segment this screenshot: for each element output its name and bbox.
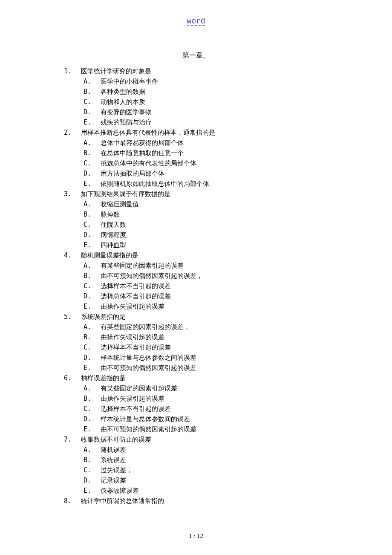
question-number: 5. [64, 312, 81, 322]
option-text: 收缩压测量值 [101, 199, 328, 209]
option-text: 选择总体不当引起的误差 [101, 291, 328, 301]
option-text: 在总体中随意抽取的任意一个 [101, 148, 328, 158]
option-text: 住院天数 [101, 220, 328, 230]
option-text: 过失误差， [101, 465, 328, 475]
option-line: E.依照随机原如此抽取总体中的局部个体 [64, 179, 328, 189]
option-letter: D. [84, 353, 101, 363]
question-text: 用样本推断总体具有代表性的样本，通常指的是 [81, 127, 328, 138]
option-text: 选择样本不当引起的误差 [101, 404, 328, 414]
option-line: D.记录误差 [64, 475, 328, 486]
question-stem: 5.系统误差指的是 [64, 312, 328, 322]
option-line: A.总体中最容易获得的局部个体 [64, 138, 328, 148]
option-line: A.随机误差 [64, 445, 328, 455]
option-line: B.在总体中随意抽取的任意一个 [64, 148, 328, 158]
question-number: 7. [64, 434, 81, 445]
option-line: A.收缩压测量值 [64, 199, 328, 209]
option-letter: D. [84, 230, 101, 240]
option-line: C.选择样本不当引起的误差 [64, 281, 328, 291]
option-line: C.动物和人的本质 [64, 97, 328, 107]
question-block: 8.统计学中所谓的总体通常指的 [64, 496, 328, 506]
option-line: E.四种血型 [64, 240, 328, 250]
option-letter: B. [84, 332, 101, 342]
question-block: 6.抽样误差指的是A.有某些固定的因素引起误差B.由操作失误引起的误差C.选择样… [64, 373, 328, 434]
question-stem: 7.收集数据不可防止的误差 [64, 434, 328, 445]
option-text: 挑选总体中的有代表性的局部个体 [101, 158, 328, 168]
option-letter: A. [84, 260, 101, 271]
option-line: A.有某些固定的因素引起的误差， [64, 322, 328, 332]
option-line: B.各种类型的数据 [64, 87, 328, 97]
option-text: 选择样本不当引起的误差 [101, 342, 328, 353]
question-text: 收集数据不可防止的误差 [81, 434, 328, 445]
question-stem: 2.用样本推断总体具有代表性的样本，通常指的是 [64, 127, 328, 138]
page-footer: 1 / 12 [0, 532, 392, 540]
option-line: E.由不可预知的偶然因素引起的误差 [64, 424, 328, 434]
option-letter: A. [84, 76, 101, 87]
question-block: 5.系统误差指的是A.有某些固定的因素引起的误差，B.由操作失误引起的误差C.选… [64, 312, 328, 373]
option-letter: E. [84, 363, 101, 373]
question-stem: 3.如下观测结果属于有序数据的是 [64, 189, 328, 199]
option-letter: A. [84, 199, 101, 209]
option-line: D.有变异的医学事物 [64, 107, 328, 117]
option-letter: B. [84, 393, 101, 404]
option-letter: C. [84, 281, 101, 291]
option-line: E.残疾的预防与治疗 [64, 117, 328, 127]
option-line: A.有某些固定的因素引起误差 [64, 383, 328, 393]
option-text: 脉搏数 [101, 209, 328, 220]
option-line: E.由不可预知的偶然因素引起的误差 [64, 363, 328, 373]
option-text: 有某些固定的因素引起的误差， [101, 322, 328, 332]
option-letter: C. [84, 220, 101, 230]
option-line: E.仪器故障误差 [64, 486, 328, 496]
question-block: 7.收集数据不可防止的误差A.随机误差B.系统误差C.过失误差，D.记录误差E.… [64, 434, 328, 496]
option-line: B.系统误差 [64, 455, 328, 465]
option-letter: E. [84, 486, 101, 496]
option-line: D.样本统计量与总体参数之间的误差 [64, 353, 328, 363]
option-text: 系统误差 [101, 455, 328, 465]
option-letter: D. [84, 168, 101, 179]
question-text: 如下观测结果属于有序数据的是 [81, 189, 328, 199]
option-letter: C. [84, 342, 101, 353]
option-line: B.脉搏数 [64, 209, 328, 220]
question-text: 统计学中所谓的总体通常指的 [81, 496, 328, 506]
option-text: 由不可预知的偶然因素引起的误差 [101, 424, 328, 434]
option-text: 由操作失误引起的误差 [101, 301, 328, 312]
option-text: 各种类型的数据 [101, 87, 328, 97]
option-letter: D. [84, 414, 101, 424]
option-line: C.住院天数 [64, 220, 328, 230]
option-letter: E. [84, 179, 101, 189]
chapter-title: 第一章。 [64, 51, 328, 60]
option-line: C.选择样本不当引起的误差 [64, 404, 328, 414]
option-letter: C. [84, 97, 101, 107]
question-number: 6. [64, 373, 81, 383]
option-text: 动物和人的本质 [101, 97, 328, 107]
option-line: D.样本统计量与总体参数间的误差 [64, 414, 328, 424]
option-line: B.由操作失误引起的误差 [64, 393, 328, 404]
question-number: 3. [64, 189, 81, 199]
option-letter: B. [84, 148, 101, 158]
option-text: 有某些固定的因素引起的误差 [101, 260, 328, 271]
option-line: C.选择样本不当引起的误差 [64, 342, 328, 353]
option-text: 由操作失误引起的误差 [101, 332, 328, 342]
option-letter: B. [84, 455, 101, 465]
option-text: 有某些固定的因素引起误差 [101, 383, 328, 393]
questions-list: 1.医学统计学研究的对象是A.医学中的小概率事件B.各种类型的数据C.动物和人的… [64, 66, 328, 506]
option-text: 由操作失误引起的误差 [101, 393, 328, 404]
option-line: D.选择总体不当引起的误差 [64, 291, 328, 301]
option-text: 仪器故障误差 [101, 486, 328, 496]
option-letter: A. [84, 138, 101, 148]
option-letter: E. [84, 240, 101, 250]
option-text: 选择样本不当引起的误差 [101, 281, 328, 291]
header-link[interactable]: word [64, 17, 328, 26]
option-letter: C. [84, 465, 101, 475]
option-line: B.由不可预知的偶然因素引起的误差， [64, 271, 328, 281]
option-letter: B. [84, 209, 101, 220]
option-text: 四种血型 [101, 240, 328, 250]
option-line: D.病情程度 [64, 230, 328, 240]
option-letter: D. [84, 107, 101, 117]
option-text: 随机误差 [101, 445, 328, 455]
question-block: 1.医学统计学研究的对象是A.医学中的小概率事件B.各种类型的数据C.动物和人的… [64, 66, 328, 127]
option-text: 用方法抽取的局部个体 [101, 168, 328, 179]
question-number: 8. [64, 496, 81, 506]
option-line: B.由操作失误引起的误差 [64, 332, 328, 342]
option-text: 医学中的小概率事件 [101, 76, 328, 87]
option-letter: A. [84, 445, 101, 455]
